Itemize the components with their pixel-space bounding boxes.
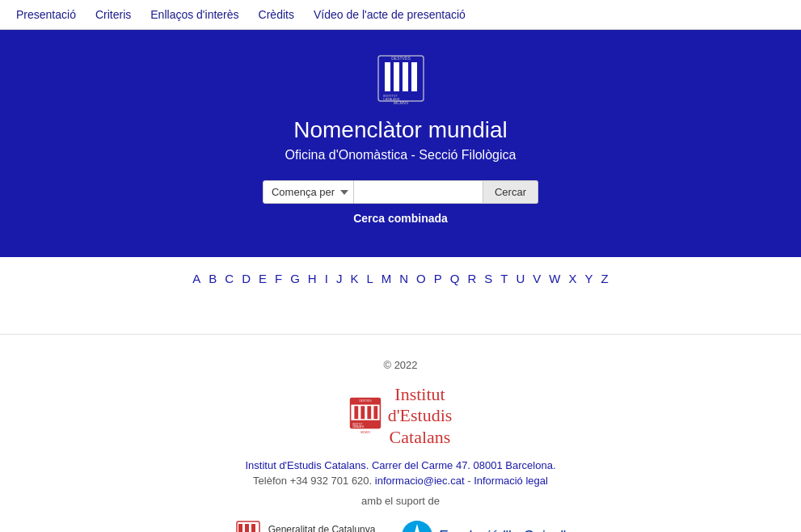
- sponsor-generalitat-text: Generalitat de Catalunya Departament de …: [267, 524, 377, 532]
- nav-presentacio[interactable]: Presentació: [16, 8, 76, 21]
- search-row: Comença per Cercar: [16, 180, 785, 204]
- alphabet-letter-a[interactable]: A: [192, 272, 200, 285]
- svg-text:MCMVII: MCMVII: [360, 430, 370, 433]
- svg-rect-12: [354, 406, 358, 419]
- sponsor-generalitat-line1: Generalitat de Catalunya: [268, 524, 376, 532]
- svg-rect-13: [360, 406, 365, 419]
- alphabet-letter-i[interactable]: I: [325, 272, 328, 285]
- alphabet-letter-c[interactable]: C: [225, 272, 234, 285]
- sponsor-caixa-text: Fundació "la Caixa": [438, 528, 565, 532]
- svg-text:CATALANS: CATALANS: [352, 425, 364, 429]
- hero-title: Nomenclàtor mundial: [16, 117, 785, 143]
- svg-rect-3: [403, 62, 408, 91]
- footer-address-line2: Telèfon +34 932 701 620. informacio@iec.…: [16, 475, 785, 487]
- svg-text:DESTVDS: DESTVDS: [391, 56, 411, 61]
- alphabet-letter-p[interactable]: P: [434, 272, 442, 285]
- nav-criteris[interactable]: Criteris: [95, 8, 131, 21]
- alphabet-letter-x[interactable]: X: [569, 272, 577, 285]
- search-select[interactable]: Comença per: [263, 180, 354, 204]
- main-nav: Presentació Criteris Enllaços d'interès …: [0, 0, 801, 30]
- sponsors-row: Generalitat de Catalunya Departament de …: [16, 520, 785, 532]
- alphabet-letter-f[interactable]: F: [275, 272, 282, 285]
- hero-subtitle: Oficina d'Onomàstica - Secció Filològica: [16, 148, 785, 163]
- caixa-star-icon: [401, 520, 433, 532]
- search-input[interactable]: [354, 180, 483, 204]
- svg-rect-1: [385, 62, 390, 91]
- alphabet-letter-w[interactable]: W: [549, 272, 560, 285]
- footer-iec-logo: DESTVDS INSTITVT CATALANS MCMVII Institu…: [349, 384, 453, 448]
- cerca-combinada-link[interactable]: Cerca combinada: [353, 212, 448, 225]
- alphabet-letter-o[interactable]: O: [416, 272, 426, 285]
- footer-email-link[interactable]: informacio@iec.cat: [375, 475, 465, 487]
- svg-rect-21: [238, 524, 242, 532]
- svg-rect-15: [373, 406, 377, 419]
- alphabet-letter-b[interactable]: B: [209, 272, 217, 285]
- alphabet-letter-z[interactable]: Z: [601, 272, 609, 285]
- alphabet-letter-m[interactable]: M: [382, 272, 392, 285]
- alphabet-letter-k[interactable]: K: [350, 272, 358, 285]
- alphabet-letter-e[interactable]: E: [259, 272, 267, 285]
- footer-legal-link[interactable]: Informació legal: [474, 475, 548, 487]
- iec-logo-text: Institutd'EstudisCatalans: [388, 384, 453, 448]
- alphabet-letter-h[interactable]: H: [308, 272, 317, 285]
- svg-rect-23: [251, 524, 255, 532]
- svg-text:MCMVII: MCMVII: [393, 100, 407, 105]
- alphabet-letter-y[interactable]: Y: [585, 272, 593, 285]
- sponsor-caixa: Fundació "la Caixa": [401, 520, 565, 532]
- alphabet-letter-j[interactable]: J: [336, 272, 343, 285]
- footer-dash: -: [465, 475, 474, 487]
- svg-rect-2: [394, 62, 399, 91]
- alphabet-letter-s[interactable]: S: [484, 272, 492, 285]
- alphabet-section: ABCDEFGHIJKLMNOPQRSTUVWXYZ: [0, 257, 801, 335]
- nav-enllacos[interactable]: Enllaços d'interès: [150, 8, 238, 21]
- svg-rect-22: [245, 524, 249, 532]
- footer-phone: Telèfon +34 932 701 620.: [253, 475, 375, 487]
- alphabet-letter-n[interactable]: N: [399, 272, 408, 285]
- alphabet-letter-g[interactable]: G: [290, 272, 300, 285]
- footer-iec-link[interactable]: Institut d'Estudis Catalans. Carrer del …: [245, 459, 555, 471]
- footer-iec-logo-row: DESTVDS INSTITVT CATALANS MCMVII Institu…: [16, 384, 785, 448]
- svg-rect-14: [367, 406, 371, 419]
- iec-logo-top: DESTVDS INSTITVT CATALANS MCMVII: [377, 54, 425, 103]
- footer: © 2022 DESTVDS INSTITVT CATALANS MCMVII …: [0, 335, 801, 532]
- alphabet-letter-q[interactable]: Q: [450, 272, 460, 285]
- svg-rect-4: [411, 62, 417, 91]
- svg-text:DESTVDS: DESTVDS: [359, 399, 371, 403]
- alphabet-letter-d[interactable]: D: [242, 272, 251, 285]
- footer-copyright: © 2022: [16, 359, 785, 371]
- hero-section: DESTVDS INSTITVT CATALANS MCMVII Nomencl…: [0, 30, 801, 257]
- sponsor-generalitat: Generalitat de Catalunya Departament de …: [236, 521, 377, 532]
- nav-video[interactable]: Vídeo de l'acte de presentació: [314, 8, 466, 21]
- alphabet-letter-v[interactable]: V: [533, 272, 541, 285]
- alphabet-letter-l[interactable]: L: [366, 272, 373, 285]
- alphabet-letter-t[interactable]: T: [500, 272, 508, 285]
- search-button[interactable]: Cercar: [483, 180, 538, 204]
- nav-credits[interactable]: Crèdits: [259, 8, 294, 21]
- alphabet-letter-r[interactable]: R: [467, 272, 476, 285]
- footer-support-label: amb el suport de: [16, 495, 785, 507]
- footer-address-line1: Institut d'Estudis Catalans. Carrer del …: [16, 459, 785, 471]
- alphabet-letter-u[interactable]: U: [516, 272, 525, 285]
